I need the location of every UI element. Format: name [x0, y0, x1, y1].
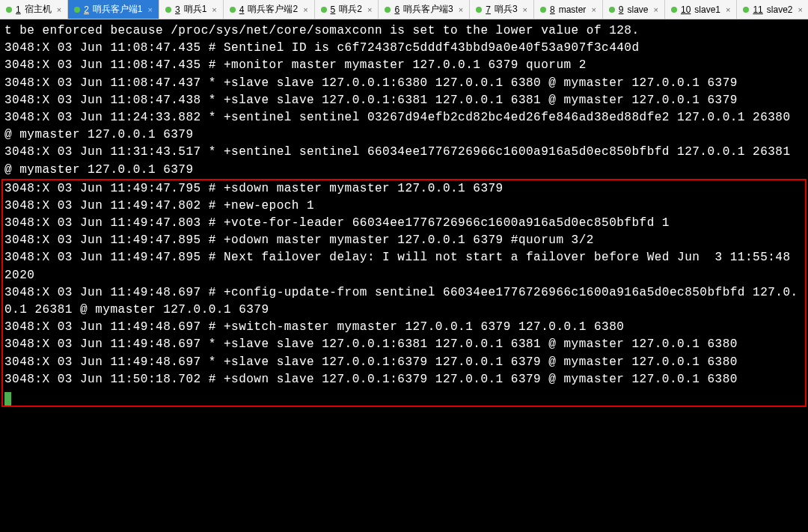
tab-number: 2: [84, 4, 89, 15]
tab-7[interactable]: 7哨兵3×: [470, 0, 534, 19]
close-icon[interactable]: ×: [796, 5, 804, 14]
tab-label: slave1: [694, 4, 720, 15]
tab-number: 11: [753, 4, 762, 15]
tab-number: 10: [681, 4, 691, 15]
status-dot-icon: [476, 7, 482, 13]
terminal-output[interactable]: t be enforced because /proc/sys/net/core…: [0, 19, 808, 532]
tab-number: 1: [16, 4, 21, 15]
log-block-top: t be enforced because /proc/sys/net/core…: [4, 24, 798, 177]
close-icon[interactable]: ×: [210, 5, 218, 14]
close-icon[interactable]: ×: [521, 5, 529, 14]
tab-number: 7: [486, 4, 491, 15]
tab-label: 哨兵客户端2: [248, 3, 298, 16]
tab-label: 哨兵2: [339, 3, 362, 16]
close-icon[interactable]: ×: [724, 5, 732, 14]
tab-label: 宿主机: [25, 3, 52, 16]
tab-number: 5: [331, 4, 336, 15]
tab-bar: 1宿主机×2哨兵客户端1×3哨兵1×4哨兵客户端2×5哨兵2×6哨兵客户端3×7…: [0, 0, 808, 19]
close-icon[interactable]: ×: [652, 5, 660, 14]
status-dot-icon: [165, 7, 171, 13]
status-dot-icon: [74, 7, 80, 13]
close-icon[interactable]: ×: [147, 5, 154, 14]
tab-9[interactable]: 9slave×: [603, 0, 665, 19]
tab-label: slave2: [767, 4, 793, 15]
tab-5[interactable]: 5哨兵2×: [315, 0, 379, 19]
tab-11[interactable]: 11slave2×: [737, 0, 808, 19]
tab-3[interactable]: 3哨兵1×: [159, 0, 224, 19]
tab-number: 4: [239, 4, 245, 15]
log-highlight-text: 3048:X 03 Jun 11:49:47.795 # +sdown mast…: [4, 182, 798, 386]
tab-number: 6: [394, 4, 400, 15]
tab-label: 哨兵客户端3: [403, 3, 453, 16]
status-dot-icon: [230, 7, 236, 13]
status-dot-icon: [671, 7, 677, 13]
status-dot-icon: [6, 7, 12, 13]
tab-8[interactable]: 8master×: [534, 0, 603, 19]
tab-label: 哨兵1: [184, 3, 207, 16]
close-icon[interactable]: ×: [457, 5, 465, 14]
tab-6[interactable]: 6哨兵客户端3×: [379, 0, 470, 19]
close-icon[interactable]: ×: [366, 5, 373, 14]
close-icon[interactable]: ×: [590, 5, 597, 14]
tab-label: master: [559, 4, 587, 15]
tab-number: 3: [175, 4, 180, 15]
tab-1[interactable]: 1宿主机×: [0, 0, 68, 19]
tab-2[interactable]: 2哨兵客户端1×: [68, 0, 159, 19]
tab-10[interactable]: 10slave1×: [665, 0, 737, 19]
status-dot-icon: [321, 7, 327, 13]
log-block-highlighted: 3048:X 03 Jun 11:49:47.795 # +sdown mast…: [1, 179, 807, 407]
status-dot-icon: [609, 7, 615, 13]
terminal-cursor: [4, 392, 11, 406]
close-icon[interactable]: ×: [302, 5, 309, 14]
tab-label: 哨兵3: [495, 3, 518, 16]
tab-number: 8: [550, 4, 555, 15]
status-dot-icon: [385, 7, 391, 13]
tab-number: 9: [619, 4, 624, 15]
tab-4[interactable]: 4哨兵客户端2×: [224, 0, 315, 19]
tab-label: 哨兵客户端1: [93, 3, 143, 16]
status-dot-icon: [743, 7, 749, 13]
status-dot-icon: [540, 7, 546, 13]
tab-label: slave: [628, 4, 649, 15]
close-icon[interactable]: ×: [55, 5, 63, 14]
